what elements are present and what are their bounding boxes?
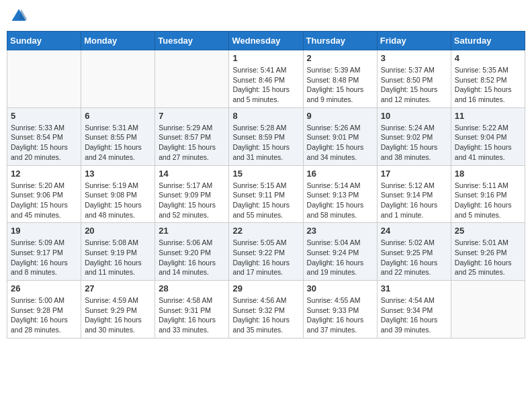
day-info: Sunrise: 5:06 AMSunset: 9:20 PMDaylight:… [159,238,225,277]
calendar-table: SundayMondayTuesdayWednesdayThursdayFrid… [7,31,525,338]
day-number: 18 [455,169,521,179]
day-number: 4 [455,53,521,63]
day-number: 10 [381,111,447,121]
day-info: Sunrise: 5:15 AMSunset: 9:11 PMDaylight:… [232,181,299,220]
day-info: Sunrise: 5:31 AMSunset: 8:55 PMDaylight:… [85,123,151,163]
day-number: 26 [11,283,77,293]
day-number: 17 [381,169,447,179]
day-info: Sunrise: 4:54 AMSunset: 9:34 PMDaylight:… [381,295,447,335]
svg-marker-1 [19,9,28,20]
day-number: 28 [159,283,225,293]
day-number: 13 [85,169,151,179]
day-number: 9 [307,111,373,121]
day-info: Sunrise: 5:01 AMSunset: 9:26 PMDaylight:… [455,238,521,277]
day-number: 31 [381,283,447,293]
calendar-day-cell: 31Sunrise: 4:54 AMSunset: 9:34 PMDayligh… [377,281,451,338]
day-number: 24 [381,226,447,236]
calendar-day-cell: 6Sunrise: 5:31 AMSunset: 8:55 PMDaylight… [81,107,155,165]
day-info: Sunrise: 4:56 AMSunset: 9:32 PMDaylight:… [232,295,299,335]
day-info: Sunrise: 4:55 AMSunset: 9:33 PMDaylight:… [307,295,373,335]
day-info: Sunrise: 5:26 AMSunset: 9:01 PMDaylight:… [307,123,373,163]
calendar-week-row: 5Sunrise: 5:33 AMSunset: 8:54 PMDaylight… [7,107,525,165]
weekday-header-monday: Monday [81,32,155,50]
day-number: 20 [85,226,151,236]
day-info: Sunrise: 5:39 AMSunset: 8:48 PMDaylight:… [307,65,373,105]
calendar-day-cell: 30Sunrise: 4:55 AMSunset: 9:33 PMDayligh… [303,281,377,338]
calendar-week-row: 19Sunrise: 5:09 AMSunset: 9:17 PMDayligh… [7,223,525,281]
calendar-day-cell: 11Sunrise: 5:22 AMSunset: 9:04 PMDayligh… [451,107,525,165]
calendar-day-cell: 4Sunrise: 5:35 AMSunset: 8:52 PMDaylight… [451,50,525,108]
day-info: Sunrise: 5:41 AMSunset: 8:46 PMDaylight:… [232,65,299,105]
calendar-day-cell: 22Sunrise: 5:05 AMSunset: 9:22 PMDayligh… [229,223,303,281]
day-info: Sunrise: 5:37 AMSunset: 8:50 PMDaylight:… [381,65,447,105]
calendar-day-cell: 21Sunrise: 5:06 AMSunset: 9:20 PMDayligh… [155,223,229,281]
weekday-header-sunday: Sunday [7,32,81,50]
calendar-day-cell: 16Sunrise: 5:14 AMSunset: 9:13 PMDayligh… [303,165,377,223]
calendar-day-cell: 13Sunrise: 5:19 AMSunset: 9:08 PMDayligh… [81,165,155,223]
calendar-day-cell: 20Sunrise: 5:08 AMSunset: 9:19 PMDayligh… [81,223,155,281]
day-number: 12 [11,169,77,179]
calendar-day-cell: 18Sunrise: 5:11 AMSunset: 9:16 PMDayligh… [451,165,525,223]
day-info: Sunrise: 5:19 AMSunset: 9:08 PMDaylight:… [85,181,151,220]
day-number: 21 [159,226,225,236]
page-header [7,7,525,26]
day-number: 15 [232,169,299,179]
day-info: Sunrise: 5:04 AMSunset: 9:24 PMDaylight:… [307,238,373,277]
day-info: Sunrise: 5:00 AMSunset: 9:28 PMDaylight:… [11,295,77,335]
day-info: Sunrise: 5:33 AMSunset: 8:54 PMDaylight:… [11,123,77,163]
day-number: 7 [159,111,225,121]
calendar-day-cell: 12Sunrise: 5:20 AMSunset: 9:06 PMDayligh… [7,165,81,223]
weekday-header-tuesday: Tuesday [155,32,229,50]
calendar-week-row: 1Sunrise: 5:41 AMSunset: 8:46 PMDaylight… [7,50,525,108]
calendar-day-cell: 26Sunrise: 5:00 AMSunset: 9:28 PMDayligh… [7,281,81,338]
weekday-header-wednesday: Wednesday [229,32,303,50]
day-info: Sunrise: 5:28 AMSunset: 8:59 PMDaylight:… [232,123,299,163]
day-number: 1 [232,53,299,63]
calendar-week-row: 12Sunrise: 5:20 AMSunset: 9:06 PMDayligh… [7,165,525,223]
calendar-day-cell: 8Sunrise: 5:28 AMSunset: 8:59 PMDaylight… [229,107,303,165]
weekday-header-saturday: Saturday [451,32,525,50]
calendar-day-cell: 17Sunrise: 5:12 AMSunset: 9:14 PMDayligh… [377,165,451,223]
day-info: Sunrise: 4:58 AMSunset: 9:31 PMDaylight:… [159,295,225,335]
calendar-day-cell [7,50,81,108]
calendar-week-row: 26Sunrise: 5:00 AMSunset: 9:28 PMDayligh… [7,281,525,338]
calendar-day-cell: 10Sunrise: 5:24 AMSunset: 9:02 PMDayligh… [377,107,451,165]
weekday-header-thursday: Thursday [303,32,377,50]
day-info: Sunrise: 5:14 AMSunset: 9:13 PMDaylight:… [307,181,373,220]
day-info: Sunrise: 5:29 AMSunset: 8:57 PMDaylight:… [159,123,225,163]
calendar-day-cell [451,281,525,338]
logo-icon [9,7,28,26]
day-info: Sunrise: 5:35 AMSunset: 8:52 PMDaylight:… [455,65,521,105]
day-number: 22 [232,226,299,236]
weekday-header-row: SundayMondayTuesdayWednesdayThursdayFrid… [7,32,525,50]
day-number: 2 [307,53,373,63]
day-number: 30 [307,283,373,293]
day-number: 8 [232,111,299,121]
calendar-day-cell: 3Sunrise: 5:37 AMSunset: 8:50 PMDaylight… [377,50,451,108]
day-info: Sunrise: 5:05 AMSunset: 9:22 PMDaylight:… [232,238,299,277]
day-info: Sunrise: 5:22 AMSunset: 9:04 PMDaylight:… [455,123,521,163]
calendar-day-cell: 28Sunrise: 4:58 AMSunset: 9:31 PMDayligh… [155,281,229,338]
day-info: Sunrise: 5:24 AMSunset: 9:02 PMDaylight:… [381,123,447,163]
day-number: 11 [455,111,521,121]
day-info: Sunrise: 4:59 AMSunset: 9:29 PMDaylight:… [85,295,151,335]
day-number: 16 [307,169,373,179]
calendar-day-cell: 2Sunrise: 5:39 AMSunset: 8:48 PMDaylight… [303,50,377,108]
day-info: Sunrise: 5:11 AMSunset: 9:16 PMDaylight:… [455,181,521,220]
day-number: 5 [11,111,77,121]
calendar-day-cell [81,50,155,108]
calendar-day-cell: 7Sunrise: 5:29 AMSunset: 8:57 PMDaylight… [155,107,229,165]
day-number: 19 [11,226,77,236]
day-info: Sunrise: 5:20 AMSunset: 9:06 PMDaylight:… [11,181,77,220]
calendar-day-cell: 29Sunrise: 4:56 AMSunset: 9:32 PMDayligh… [229,281,303,338]
day-number: 23 [307,226,373,236]
calendar-day-cell: 23Sunrise: 5:04 AMSunset: 9:24 PMDayligh… [303,223,377,281]
day-info: Sunrise: 5:08 AMSunset: 9:19 PMDaylight:… [85,238,151,277]
day-number: 27 [85,283,151,293]
day-number: 14 [159,169,225,179]
calendar-day-cell: 5Sunrise: 5:33 AMSunset: 8:54 PMDaylight… [7,107,81,165]
day-number: 25 [455,226,521,236]
logo [9,7,31,26]
day-number: 29 [232,283,299,293]
calendar-day-cell: 19Sunrise: 5:09 AMSunset: 9:17 PMDayligh… [7,223,81,281]
